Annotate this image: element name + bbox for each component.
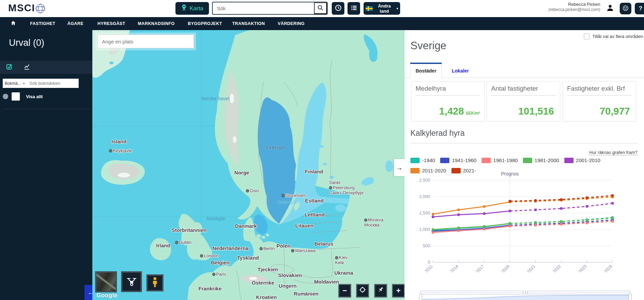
user-email: (rebecca.picken@msci.com) (548, 7, 600, 12)
nav-item-hyresgast[interactable]: HYRESGÄST (97, 17, 125, 30)
stat-card-antal-fastigheter: Antal fastigheter 101,516 (487, 81, 560, 121)
map-label-country: Litauen (295, 223, 313, 228)
show-all-label: Visa allt (26, 94, 43, 99)
city-dot-icon (260, 247, 263, 250)
tab-lokaler[interactable]: Lokaler (448, 64, 473, 78)
rent-forecast-chart: 05001,0001,5002,0002,5002011201420172020… (411, 170, 637, 272)
city-dot-icon (200, 255, 203, 258)
legend-item[interactable]: -1940 (410, 157, 435, 163)
zoom-out-button[interactable]: − (338, 284, 351, 298)
satellite-view-thumbnail[interactable] (95, 271, 117, 292)
stat-card-title: Medelhyra (416, 85, 480, 96)
legend-item[interactable]: 1961-1980 (482, 157, 518, 163)
navigator-preview (420, 295, 630, 300)
city-dot-icon (246, 190, 249, 193)
map-label-country: Tyskland (237, 255, 259, 260)
select-mode-icon[interactable] (6, 64, 13, 71)
svg-text:2023: 2023 (578, 264, 588, 272)
help-button[interactable]: ? (635, 3, 644, 14)
nav-item-transaktion[interactable]: TRANSAKTION (232, 17, 265, 30)
chart-range-navigator (418, 289, 632, 300)
navigator-left-handle[interactable] (419, 294, 422, 300)
profile-button[interactable] (603, 1, 617, 15)
legend-label: -1940 (422, 157, 435, 163)
navigator-scrollbar[interactable] (420, 290, 630, 295)
map-label-region: Sverige (265, 145, 285, 150)
search-icon (317, 4, 324, 12)
city-dot-icon (175, 241, 178, 244)
multi-area-checkbox[interactable] (584, 34, 590, 39)
bookmark-dropdown-value: Bokmä... (5, 81, 21, 86)
map-label-country: Österrike (252, 280, 274, 285)
nav-item-fastighet[interactable]: FASTIGHET (30, 17, 55, 30)
map-view-label: Karta (189, 5, 203, 12)
multi-area-option: Tillåt val av flera områden (584, 34, 643, 39)
map-label-water: Östersjön (277, 200, 298, 205)
stat-card-fastigheter-exkl-brf: Fastigheter exkl. Brf 70,977 (563, 81, 636, 121)
map-label-city: SanktPetersburgСанкт-Петербург (329, 180, 364, 195)
list-button[interactable] (347, 2, 360, 15)
stat-card-title: Antal fastigheter (491, 85, 556, 96)
person-icon (606, 4, 614, 13)
map-label-city: Dublin (175, 240, 192, 245)
drone-icon (125, 275, 139, 288)
crosshair-icon (359, 286, 366, 296)
location-pin-icon (181, 4, 187, 13)
nav-item-byggprojekt[interactable]: BYGGPROJEKT (188, 17, 222, 30)
home-icon (10, 20, 16, 27)
map-label-city: KievКиїв (335, 255, 347, 265)
app-window: MSCI Karta (0, 0, 644, 300)
region-title: Sverige (410, 40, 446, 52)
chart-mode-icon[interactable] (24, 63, 31, 72)
map-label-country: Polen (277, 243, 291, 248)
map-label-city: Berlin (260, 246, 275, 251)
change-country-button[interactable]: Ändra land ▾ (364, 2, 400, 15)
stat-card-unit: SEK/m² (465, 111, 480, 116)
legend-item[interactable]: 1981-2000 (523, 157, 559, 163)
map-label-water: Nordsjön (207, 216, 226, 221)
section-divider (410, 143, 638, 143)
nav-item-agare[interactable]: ÄGARE (67, 17, 83, 30)
show-all-checkbox[interactable] (12, 92, 20, 101)
top-header: MSCI Karta (0, 0, 644, 17)
nav-item-marknadsinfo[interactable]: MARKNADSINFO (138, 17, 175, 30)
svg-text:2014: 2014 (449, 264, 460, 272)
bookmark-search-input[interactable] (27, 79, 79, 88)
map-label-country: Norge (234, 170, 249, 175)
place-search-input[interactable] (97, 35, 194, 48)
map-label-country: Estland (305, 198, 324, 203)
drone-view-button[interactable] (121, 271, 142, 292)
sidebar-divider (2, 109, 90, 109)
map-label-country: Tjeckien (258, 267, 278, 272)
map-label-city: Oslo (246, 188, 259, 193)
pegman-button[interactable] (146, 274, 163, 291)
tab-bostader[interactable]: Bostäder (410, 63, 442, 78)
search-button[interactable] (314, 2, 327, 14)
history-button[interactable] (332, 2, 344, 15)
pegman-icon (152, 277, 158, 289)
map-view-button[interactable]: Karta (175, 2, 209, 15)
navigator-right-handle[interactable] (629, 294, 632, 300)
stat-card-title: Fastigheter exkl. Brf (567, 85, 632, 96)
pin-button[interactable] (374, 284, 387, 298)
bookmark-dropdown[interactable]: Bokmä... ▾ (3, 79, 27, 88)
map-canvas[interactable]: IslandNorgeFinlandEstlandLettlandLitauen… (92, 30, 405, 300)
legend-item[interactable]: 2001-2010 (564, 157, 601, 163)
feedback-button[interactable] (620, 3, 631, 14)
nav-item-vardering[interactable]: VÄRDERING (278, 17, 305, 30)
svg-text:Prognos: Prognos (501, 171, 519, 177)
panel-toggle-button[interactable]: → (394, 159, 405, 176)
selection-sidebar: Urval (0) Bokmä... ▾ Visa allt (0, 30, 92, 300)
legend-item[interactable]: 1941-1960 (440, 157, 476, 163)
pushpin-icon (377, 286, 384, 295)
search-input[interactable] (213, 2, 314, 14)
locate-button[interactable] (356, 284, 369, 298)
map-label-country: Kroatien (256, 295, 277, 300)
chart-help-link[interactable]: Hur räknas grafen fram? (589, 150, 638, 155)
svg-text:2,500: 2,500 (419, 178, 430, 183)
zoom-in-button[interactable]: + (392, 284, 405, 298)
map-label-city: London (200, 253, 219, 258)
google-attribution[interactable]: Google (96, 292, 118, 299)
nav-home[interactable] (10, 17, 16, 30)
bookmark-controls: Bokmä... ▾ (3, 79, 79, 88)
